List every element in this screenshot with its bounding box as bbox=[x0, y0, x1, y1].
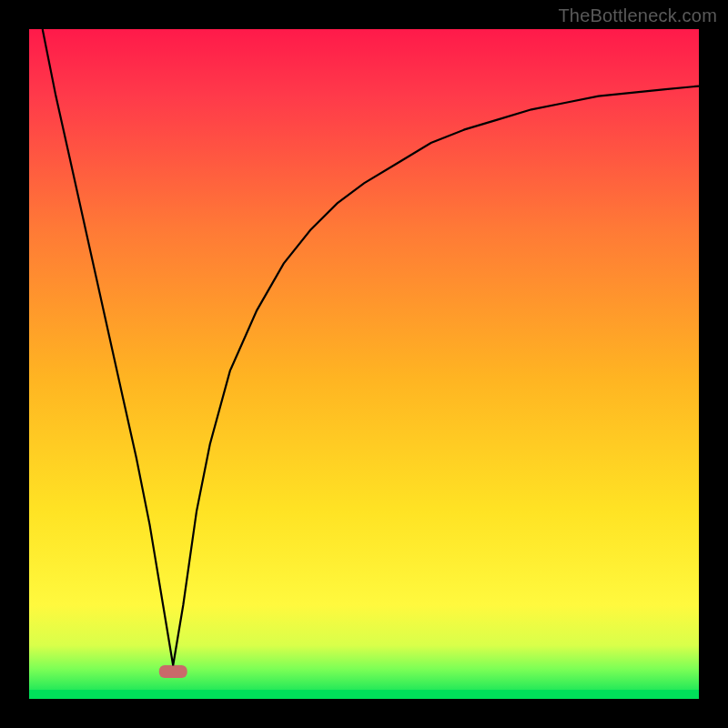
optimum-marker bbox=[159, 665, 187, 678]
gradient-bg bbox=[29, 29, 699, 699]
plot-area bbox=[29, 29, 699, 699]
watermark-text: TheBottleneck.com bbox=[558, 5, 717, 26]
chart-svg bbox=[0, 0, 728, 728]
green-band bbox=[29, 690, 699, 699]
chart-frame: TheBottleneck.com bbox=[0, 0, 728, 728]
